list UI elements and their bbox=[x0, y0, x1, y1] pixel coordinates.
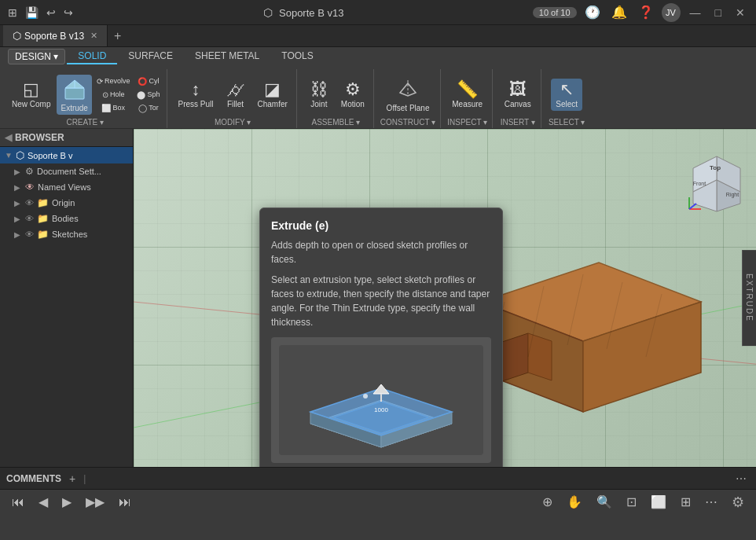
step-back-to-start-button[interactable]: ⏮ bbox=[8, 494, 28, 511]
fit-button[interactable]: ⊡ bbox=[622, 493, 640, 511]
named-views-label: Named Views bbox=[38, 182, 91, 192]
insert-canvas-button[interactable]: 🖼Canvas bbox=[501, 79, 535, 111]
tab-sheet-metal[interactable]: SHEET METAL bbox=[184, 49, 270, 64]
expand-icon-sketches: ▶ bbox=[14, 230, 22, 239]
tab-surface[interactable]: SURFACE bbox=[117, 49, 184, 64]
modify-group-label: MODIFY ▾ bbox=[215, 118, 251, 128]
tab-tools[interactable]: TOOLS bbox=[270, 49, 324, 64]
extrude-button[interactable]: Extrude bbox=[57, 75, 91, 115]
joint-button[interactable]: ⛓Joint bbox=[303, 79, 335, 111]
minimize-button[interactable]: — bbox=[685, 5, 706, 20]
browser-item-named-views[interactable]: ▶ 👁 Named Views bbox=[0, 179, 133, 195]
title-bar: ⊞ 💾 ↩ ↪ ⬡ Soporte B v13 10 of 10 🕐 🔔 ❓ J… bbox=[0, 0, 756, 25]
torus-button[interactable]: ◯Tor bbox=[134, 102, 162, 114]
step-to-end-button[interactable]: ⏭ bbox=[115, 494, 135, 511]
tab-bar: ⬡ Soporte B v13 ✕ + bbox=[0, 25, 756, 47]
version-badge: 10 of 10 bbox=[533, 7, 577, 18]
svg-line-38 bbox=[689, 204, 696, 209]
display-settings-button[interactable]: ⊞ bbox=[677, 493, 695, 511]
svg-point-28 bbox=[363, 394, 368, 399]
vis-eye-icon-sketches[interactable]: 👁 bbox=[25, 230, 34, 239]
browser-header[interactable]: ◀ BROWSER bbox=[0, 129, 133, 147]
tab-solid[interactable]: SOLID bbox=[67, 49, 117, 64]
settings-icon: ⚙ bbox=[25, 166, 34, 177]
browser-item-root[interactable]: ▼ ⬡ Soporte B v bbox=[0, 147, 133, 163]
origin-label: Origin bbox=[52, 198, 75, 208]
tooltip-title: Extrude (e) bbox=[271, 219, 491, 232]
ribbon-group-insert: 🖼Canvas INSERT ▾ bbox=[494, 69, 541, 128]
expand-icon-doc: ▶ bbox=[14, 167, 22, 176]
svg-text:1000: 1000 bbox=[374, 406, 388, 413]
browser-item-origin[interactable]: ▶ 👁 📁 Origin bbox=[0, 195, 133, 211]
orbit-button[interactable]: ⊕ bbox=[538, 493, 556, 511]
tooltip-popup: Extrude (e) Adds depth to open or closed… bbox=[259, 208, 503, 467]
close-button[interactable]: ✕ bbox=[731, 5, 750, 20]
plane-button[interactable]: Offset Plane bbox=[383, 75, 434, 115]
zoom-button[interactable]: 🔍 bbox=[593, 493, 616, 511]
assemble-buttons: ⛓Joint ⚙Motion bbox=[303, 71, 369, 118]
expand-icon-origin: ▶ bbox=[14, 199, 22, 208]
document-tab[interactable]: ⬡ Soporte B v13 ✕ bbox=[3, 25, 108, 46]
new-component-button[interactable]: ◱ New Comp bbox=[8, 79, 54, 111]
browser-item-doc-settings[interactable]: ▶ ⚙ Document Sett... bbox=[0, 163, 133, 179]
vis-eye-icon[interactable]: 👁 bbox=[25, 198, 34, 208]
view-cube-button[interactable]: ⬜ bbox=[647, 493, 670, 511]
ribbon-group-assemble: ⛓Joint ⚙Motion ASSEMBLE ▾ bbox=[299, 69, 374, 128]
maximize-button[interactable]: □ bbox=[710, 5, 726, 20]
revolve-button[interactable]: ⟳Revolve bbox=[94, 75, 133, 87]
ribbon-group-construct: Offset Plane CONSTRUCT ▾ bbox=[376, 69, 441, 128]
design-dropdown-button[interactable]: DESIGN ▾ bbox=[8, 49, 65, 64]
doc-icon: ⬡ bbox=[16, 149, 24, 161]
fillet-button[interactable]: ⌭Fillet bbox=[219, 79, 251, 111]
undo-button[interactable]: ↩ bbox=[45, 5, 57, 20]
svg-text:Top: Top bbox=[710, 164, 721, 171]
construct-buttons: Offset Plane bbox=[383, 71, 434, 118]
origin-folder-icon: 📁 bbox=[37, 197, 49, 208]
save-button[interactable]: 💾 bbox=[24, 5, 40, 20]
root-label: Soporte B v bbox=[28, 151, 72, 160]
add-comment-button[interactable]: + bbox=[66, 471, 79, 487]
cube-navigator[interactable]: Top Front Right bbox=[685, 152, 748, 215]
inspect-group-label: INSPECT ▾ bbox=[447, 118, 487, 128]
create-buttons: ◱ New Comp Extrude ⟳Revolve ⊙H bbox=[8, 71, 162, 118]
tooltip-desc1: Adds depth to open or closed sketch prof… bbox=[271, 238, 491, 266]
press-pull-button[interactable]: ↕Press Pull bbox=[174, 79, 217, 111]
step-forward-button[interactable]: ▶▶ bbox=[82, 493, 108, 511]
expand-icon-bodies: ▶ bbox=[14, 215, 22, 223]
browser-panel: ◀ BROWSER ▼ ⬡ Soporte B v ▶ ⚙ Document S… bbox=[0, 129, 134, 467]
hole-button[interactable]: ⊙Hole bbox=[94, 89, 133, 101]
box-button[interactable]: ⬜Box bbox=[94, 102, 133, 114]
playbar: ⏮ ◀ ▶ ▶▶ ⏭ ⊕ ✋ 🔍 ⊡ ⬜ ⊞ ⋯ ⚙ bbox=[0, 489, 756, 514]
chamfer-button[interactable]: ◪Chamfer bbox=[253, 79, 291, 111]
motion-link-button[interactable]: ⚙Motion bbox=[337, 79, 369, 111]
insert-group-label: INSERT ▾ bbox=[501, 118, 535, 128]
titlebar-left: ⊞ 💾 ↩ ↪ bbox=[6, 5, 75, 20]
modify-buttons: ↕Press Pull ⌭Fillet ◪Chamfer bbox=[174, 71, 291, 118]
assemble-group-label: ASSEMBLE ▾ bbox=[312, 118, 361, 128]
expand-icon-nv: ▶ bbox=[14, 183, 22, 192]
grid-menu-button[interactable]: ⊞ bbox=[6, 5, 19, 20]
redo-button[interactable]: ↪ bbox=[62, 5, 75, 20]
viewport[interactable]: Extrude (e) Adds depth to open or closed… bbox=[134, 129, 756, 467]
ribbon-group-modify: ↕Press Pull ⌭Fillet ◪Chamfer MODIFY ▾ bbox=[169, 69, 296, 128]
construct-group-label: CONSTRUCT ▾ bbox=[380, 118, 435, 128]
cylinder-button[interactable]: ⭕Cyl bbox=[134, 75, 162, 87]
new-tab-button[interactable]: + bbox=[108, 29, 127, 43]
browser-item-sketches[interactable]: ▶ 👁 📁 Sketches bbox=[0, 226, 133, 242]
status-options-button[interactable]: ⋯ bbox=[732, 471, 750, 487]
play-button[interactable]: ▶ bbox=[58, 493, 75, 511]
measure-button[interactable]: 📏Measure bbox=[448, 79, 486, 111]
ribbon-group-create: ◱ New Comp Extrude ⟳Revolve ⊙H bbox=[3, 69, 167, 128]
tab-close-icon[interactable]: ✕ bbox=[90, 31, 97, 41]
grid-settings-button[interactable]: ⋯ bbox=[701, 493, 721, 511]
step-back-button[interactable]: ◀ bbox=[35, 493, 52, 511]
sphere-button[interactable]: ⬤Sph bbox=[134, 89, 162, 101]
select-button[interactable]: ↖Select bbox=[551, 79, 582, 111]
create-group-label: CREATE ▾ bbox=[66, 118, 104, 128]
svg-text:Right: Right bbox=[726, 192, 739, 198]
browser-title: BROWSER bbox=[15, 132, 64, 143]
vis-eye-icon-bodies[interactable]: 👁 bbox=[25, 214, 34, 223]
pan-button[interactable]: ✋ bbox=[563, 493, 586, 511]
preferences-button[interactable]: ⚙ bbox=[728, 492, 748, 512]
browser-item-bodies[interactable]: ▶ 👁 📁 Bodies bbox=[0, 211, 133, 226]
